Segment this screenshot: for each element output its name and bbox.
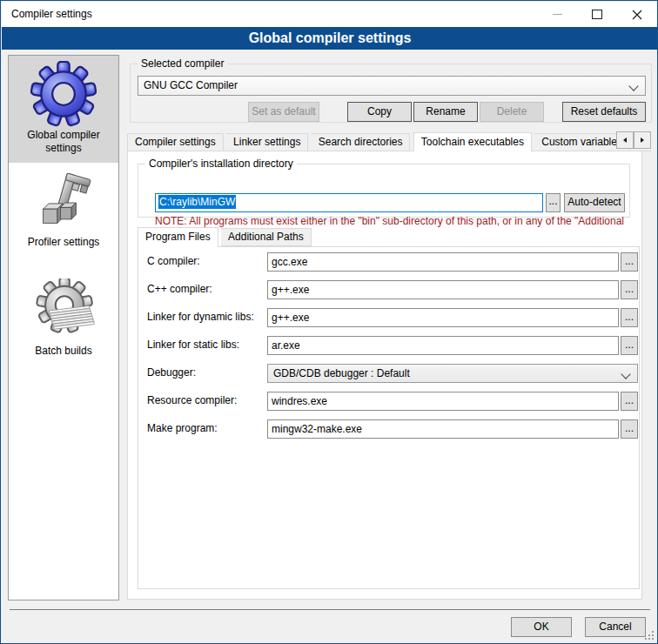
rename-button[interactable]: Rename (413, 102, 478, 122)
form-row-linker-static: Linker for static libs: ... (138, 336, 639, 357)
make-program-browse-button[interactable]: ... (621, 419, 638, 439)
resource-compiler-label: Resource compiler: (147, 394, 237, 406)
install-dir-input[interactable]: C:\raylib\MinGW (155, 193, 543, 212)
close-icon (632, 10, 642, 20)
tab-toolchain-executables[interactable]: Toolchain executables (413, 132, 532, 151)
subtab-program-files[interactable]: Program Files (138, 227, 218, 247)
linker-dynamic-label: Linker for dynamic libs: (147, 311, 254, 323)
make-program-label: Make program: (147, 422, 218, 434)
form-row-cpp-compiler: C++ compiler: ... (138, 280, 639, 301)
selected-compiler-group-label: Selected compiler (138, 57, 227, 70)
c-compiler-input[interactable] (267, 252, 619, 272)
sidebar-item-label: Global compiler settings (9, 129, 118, 155)
maximize-button[interactable] (577, 2, 617, 27)
footer-separator (10, 609, 650, 610)
compiler-select-value: GNU GCC Compiler (144, 79, 238, 91)
blue-gear-icon (30, 61, 97, 127)
tab-compiler-settings[interactable]: Compiler settings (127, 133, 224, 151)
maximize-icon (592, 10, 602, 19)
cancel-button[interactable]: Cancel (585, 617, 646, 637)
arrow-right-icon (639, 137, 646, 144)
caliper-icon (32, 171, 95, 234)
form-row-c-compiler: C compiler: ... (138, 252, 639, 273)
copy-button[interactable]: Copy (347, 102, 412, 122)
tab-scroll-buttons (616, 131, 651, 149)
subtab-additional-paths[interactable]: Additional Paths (221, 228, 312, 246)
resize-grip[interactable] (645, 631, 655, 641)
program-files-page: C compiler: ... C++ compiler: ... Linker… (138, 246, 640, 589)
form-row-linker-dynamic: Linker for dynamic libs: ... (138, 308, 639, 329)
debugger-select-value: GDB/CDB debugger : Default (273, 367, 410, 379)
arrow-left-icon (621, 137, 628, 144)
minimize-icon (553, 14, 562, 15)
dialog-header: Global compiler settings (2, 27, 658, 50)
cpp-compiler-browse-button[interactable]: ... (621, 280, 638, 299)
c-compiler-browse-button[interactable]: ... (621, 252, 638, 272)
debugger-select[interactable]: GDB/CDB debugger : Default (267, 364, 638, 383)
chevron-down-icon (628, 81, 638, 91)
sidebar-item-label: Profiler settings (9, 236, 118, 249)
window-title: Compiler settings (11, 2, 92, 27)
tab-scroll-left-button[interactable] (616, 131, 634, 149)
make-program-input[interactable] (267, 419, 619, 439)
cpp-compiler-input[interactable] (267, 280, 619, 299)
install-dir-browse-button[interactable]: ... (546, 193, 561, 212)
reset-defaults-button[interactable]: Reset defaults (562, 102, 646, 122)
cpp-compiler-label: C++ compiler: (147, 283, 212, 295)
sidebar-item-profiler-settings[interactable]: Profiler settings (9, 163, 118, 263)
minimize-button[interactable] (537, 2, 577, 27)
compiler-settings-dialog: Compiler settings Global compiler settin… (0, 0, 658, 644)
linker-dynamic-input[interactable] (267, 308, 619, 327)
selected-compiler-group: Selected compiler GNU GCC Compiler Set a… (130, 64, 652, 123)
form-row-resource-compiler: Resource compiler: ... (138, 392, 639, 413)
window-controls (537, 2, 657, 27)
gray-gear-stack-icon (31, 278, 96, 343)
tab-linker-settings[interactable]: Linker settings (226, 133, 308, 151)
form-row-make-program: Make program: ... (138, 419, 639, 440)
program-files-tabstrip: Program Files Additional Paths (138, 226, 312, 246)
close-button[interactable] (617, 2, 657, 27)
sidebar-item-label: Batch builds (9, 345, 118, 358)
c-compiler-label: C compiler: (147, 255, 200, 267)
chevron-down-icon (621, 369, 630, 379)
linker-static-input[interactable] (267, 336, 619, 355)
linker-static-label: Linker for static libs: (147, 339, 239, 351)
install-dir-group-label: Compiler's installation directory (145, 158, 297, 170)
install-dir-group: Compiler's installation directory C:\ray… (138, 164, 630, 218)
tab-search-directories[interactable]: Search directories (312, 133, 411, 151)
delete-button[interactable]: Delete (480, 102, 544, 122)
tab-scroll-right-button[interactable] (634, 131, 651, 149)
main-tabstrip: Compiler settings Linker settings Search… (127, 131, 651, 151)
toolchain-executables-page: Compiler's installation directory C:\ray… (127, 151, 642, 600)
install-dir-note: NOTE: All programs must exist either in … (155, 215, 642, 227)
resource-compiler-browse-button[interactable]: ... (621, 392, 638, 411)
settings-category-list: Global compiler settings (8, 55, 119, 600)
dialog-header-title: Global compiler settings (2, 27, 658, 50)
auto-detect-button[interactable]: Auto-detect (564, 193, 625, 212)
titlebar: Compiler settings (2, 2, 657, 27)
set-as-default-button[interactable]: Set as default (248, 102, 319, 122)
form-row-debugger: Debugger: GDB/CDB debugger : Default (138, 364, 639, 385)
linker-dynamic-browse-button[interactable]: ... (621, 308, 638, 327)
sidebar-item-batch-builds[interactable]: Batch builds (9, 263, 118, 374)
install-dir-selected-text: C:\raylib\MinGW (158, 195, 236, 209)
ok-button[interactable]: OK (511, 617, 572, 637)
linker-static-browse-button[interactable]: ... (621, 336, 638, 355)
compiler-select[interactable]: GNU GCC Compiler (138, 76, 646, 96)
resource-compiler-input[interactable] (267, 392, 619, 411)
debugger-label: Debugger: (147, 366, 196, 379)
sidebar-item-global-compiler-settings[interactable]: Global compiler settings (9, 56, 118, 163)
